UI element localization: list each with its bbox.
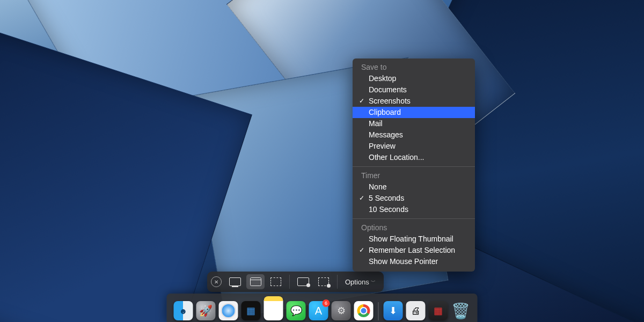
menu-item-documents[interactable]: Documents [353, 84, 475, 96]
menu-item-mouse-pointer[interactable]: Show Mouse Pointer [353, 256, 475, 267]
menu-item-floating-thumbnail[interactable]: Show Floating Thumbnail [353, 233, 475, 245]
menu-item-preview[interactable]: Preview [353, 141, 475, 152]
dock-trash[interactable]: 🗑️ [451, 301, 471, 320]
dock-app-launchpad[interactable]: 🚀 [196, 301, 216, 320]
messages-icon: 💬 [290, 305, 302, 317]
window-icon [250, 277, 261, 286]
dock-separator [378, 302, 379, 320]
menu-item-desktop[interactable]: Desktop [353, 73, 475, 84]
app-store-badge: 6 [323, 299, 330, 307]
menu-item-screenshots[interactable]: Screenshots [353, 96, 475, 107]
options-label: Options [345, 278, 369, 286]
toolbar-separator [337, 275, 338, 289]
dock-app-chrome[interactable] [354, 301, 374, 320]
screen-icon [229, 277, 241, 286]
app-store-icon: A [315, 305, 322, 317]
toolbar-separator [289, 275, 290, 289]
selection-icon [270, 277, 281, 286]
dock-app-finder[interactable]: ☻ [174, 301, 193, 320]
screenshot-toolbar: ✕ Options ﹀ [207, 272, 384, 292]
launchpad-icon: 🚀 [199, 304, 213, 317]
menu-item-timer-none[interactable]: None [353, 181, 475, 193]
trash-icon: 🗑️ [451, 302, 470, 320]
menu-item-timer-5s[interactable]: 5 Seconds [353, 193, 475, 204]
dock-app-messages[interactable]: 💬 [287, 301, 306, 320]
chrome-icon [357, 304, 370, 317]
dock-app-system-preferences[interactable]: ⚙ [332, 301, 351, 320]
capture-window-button[interactable] [246, 274, 265, 289]
dock-stack-downloads[interactable]: ⬇ [384, 301, 403, 320]
dock-stack-apps[interactable]: ▦ [429, 301, 448, 320]
record-entire-screen-button[interactable] [294, 274, 312, 289]
dock-app-notes[interactable] [264, 296, 283, 320]
menu-divider [353, 218, 475, 219]
dock-stack-printers[interactable]: 🖨 [406, 301, 426, 320]
chevron-down-icon: ﹀ [371, 279, 376, 286]
record-screen-icon [297, 277, 309, 286]
downloads-icon: ⬇ [389, 305, 397, 317]
menu-item-mail[interactable]: Mail [353, 118, 475, 129]
safari-icon [221, 303, 236, 318]
menu-item-other-location[interactable]: Other Location... [353, 152, 475, 163]
menu-header-save-to: Save to [353, 62, 475, 73]
capture-entire-screen-button[interactable] [226, 274, 244, 289]
dock-app-mission-control[interactable]: ▦ [241, 301, 261, 320]
capture-selection-button[interactable] [267, 274, 285, 289]
options-menu: Save to Desktop Documents Screenshots Cl… [353, 58, 475, 272]
menu-divider [353, 166, 475, 167]
menu-item-messages[interactable]: Messages [353, 129, 475, 141]
options-button[interactable]: Options ﹀ [341, 274, 380, 289]
printer-icon: 🖨 [411, 305, 421, 317]
mission-control-icon: ▦ [246, 305, 255, 317]
dock: ☻ 🚀 ▦ 💬 A 6 ⚙ ⬇ 🖨 ▦ 🗑️ [167, 294, 478, 322]
menu-header-options: Options [353, 222, 475, 233]
menu-item-timer-10s[interactable]: 10 Seconds [353, 204, 475, 215]
menu-item-clipboard[interactable]: Clipboard [353, 107, 475, 118]
close-icon[interactable]: ✕ [211, 276, 222, 287]
dock-app-safari[interactable] [219, 301, 238, 320]
finder-icon: ☻ [179, 306, 188, 316]
menu-item-remember-selection[interactable]: Remember Last Selection [353, 245, 475, 256]
dock-app-app-store[interactable]: A 6 [309, 301, 328, 320]
grid-icon: ▦ [434, 305, 443, 317]
gear-icon: ⚙ [337, 305, 346, 317]
record-selection-icon [318, 277, 329, 286]
menu-header-timer: Timer [353, 170, 475, 181]
record-selection-button[interactable] [314, 274, 333, 289]
